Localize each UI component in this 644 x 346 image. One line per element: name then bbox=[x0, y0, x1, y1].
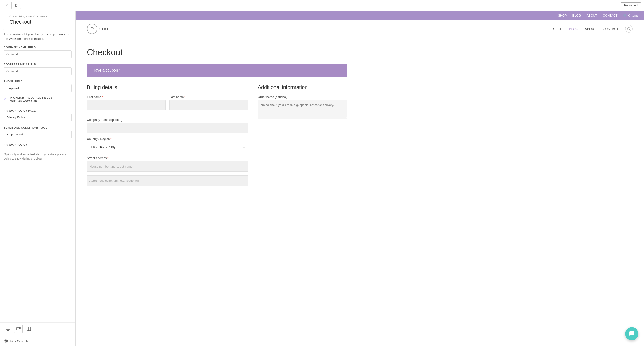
additional-section: Additional information Order notes (opti… bbox=[258, 84, 347, 190]
preview-area: SHOP BLOG ABOUT CONTACT 🛒 0 Items D divi… bbox=[76, 11, 644, 346]
privacy-policy-section-label: PRIVACY POLICY bbox=[4, 143, 72, 146]
address-line2-field-group: ADDRESS LINE 2 FIELD bbox=[0, 60, 75, 77]
phone-field-group: PHONE FIELD bbox=[0, 77, 75, 94]
site-nav-about[interactable]: ABOUT bbox=[585, 27, 596, 31]
last-name-label: Last name* bbox=[170, 95, 248, 99]
company-name-field-label: COMPANY NAME FIELD bbox=[4, 46, 72, 49]
name-row: First name* Last name* bbox=[87, 95, 248, 114]
checkout-grid: Billing details First name* Last name* bbox=[87, 84, 347, 190]
sidebar-title: Checkout bbox=[10, 19, 72, 25]
first-name-group: First name* bbox=[87, 95, 166, 110]
site-nav: SHOP BLOG ABOUT CONTACT bbox=[553, 25, 633, 32]
cart-area[interactable]: 🛒 0 Items bbox=[623, 14, 638, 17]
svg-rect-5 bbox=[29, 327, 31, 331]
checkout-title: Checkout bbox=[87, 48, 347, 57]
sidebar-bottom-icon-2[interactable] bbox=[14, 324, 23, 333]
apartment-group: Apartment, suite, unit, etc. (optional) bbox=[87, 175, 248, 186]
first-name-input[interactable] bbox=[87, 100, 166, 110]
first-name-label: First name* bbox=[87, 95, 166, 99]
company-name-group: Company name (optional) bbox=[87, 118, 248, 133]
sidebar-bottom-icons bbox=[0, 322, 75, 336]
sidebar-description: These options let you change the appeara… bbox=[0, 28, 75, 43]
breadcrumb: Customizing › WooCommerce bbox=[10, 15, 72, 18]
sidebar-bottom-icon-3[interactable] bbox=[24, 324, 33, 333]
search-button[interactable] bbox=[625, 25, 633, 32]
top-nav-bar: SHOP BLOG ABOUT CONTACT 🛒 0 Items bbox=[76, 11, 644, 20]
required-star-street: * bbox=[107, 156, 108, 160]
privacy-policy-page-input[interactable] bbox=[4, 114, 72, 121]
chat-widget[interactable] bbox=[625, 327, 638, 340]
svg-point-10 bbox=[632, 333, 632, 334]
highlight-required-label: HIGHLIGHT REQUIRED FIELDS WITH AN ASTERI… bbox=[10, 96, 52, 104]
svg-rect-4 bbox=[27, 327, 28, 331]
logo-circle: D bbox=[87, 24, 97, 34]
billing-title: Billing details bbox=[87, 84, 248, 90]
company-name-input[interactable] bbox=[87, 123, 248, 133]
phone-field-input[interactable] bbox=[4, 84, 72, 92]
last-name-input[interactable] bbox=[170, 100, 248, 110]
top-nav-contact[interactable]: CONTACT bbox=[603, 14, 618, 17]
site-nav-shop[interactable]: SHOP bbox=[553, 27, 562, 31]
admin-bar: × ⇅ Published bbox=[0, 0, 644, 11]
street-address-group: Street address* House number and street … bbox=[87, 156, 248, 172]
svg-rect-0 bbox=[6, 327, 10, 330]
undo-redo-button[interactable]: ⇅ bbox=[11, 2, 21, 9]
required-star-last: * bbox=[184, 95, 186, 99]
country-group: Country / Region* United States (US) bbox=[87, 137, 248, 152]
country-label: Country / Region* bbox=[87, 137, 248, 141]
privacy-policy-page-label: PRIVACY POLICY PAGE bbox=[4, 109, 72, 112]
top-nav-blog[interactable]: BLOG bbox=[572, 14, 581, 17]
svg-rect-2 bbox=[16, 327, 19, 330]
top-nav-about[interactable]: ABOUT bbox=[587, 14, 597, 17]
cart-icon: 🛒 bbox=[623, 14, 627, 17]
sidebar: ‹ Customizing › WooCommerce Checkout The… bbox=[0, 11, 76, 346]
billing-section: Billing details First name* Last name* bbox=[87, 84, 248, 190]
highlight-required-group: ✓ HIGHLIGHT REQUIRED FIELDS WITH AN ASTE… bbox=[0, 94, 75, 106]
site-logo[interactable]: D divi bbox=[87, 24, 108, 34]
logo-text: divi bbox=[99, 26, 108, 32]
sidebar-bottom-icon-1[interactable] bbox=[4, 324, 12, 333]
site-nav-blog[interactable]: BLOG bbox=[569, 27, 578, 31]
terms-conditions-input[interactable] bbox=[4, 130, 72, 138]
country-select[interactable]: United States (US) bbox=[87, 142, 248, 152]
additional-title: Additional information bbox=[258, 84, 347, 90]
svg-point-11 bbox=[633, 333, 634, 334]
street-address-input[interactable]: House number and street name bbox=[87, 161, 248, 172]
company-name-field-group: COMPANY NAME FIELD bbox=[0, 43, 75, 60]
hide-controls-button[interactable]: Hide Controls bbox=[0, 336, 75, 346]
privacy-policy-description: Optionally add some text about your stor… bbox=[0, 150, 75, 161]
checkbox-checked-icon[interactable]: ✓ bbox=[4, 96, 8, 100]
cart-items-count: 0 Items bbox=[628, 14, 638, 17]
site-nav-contact[interactable]: CONTACT bbox=[603, 27, 618, 31]
highlight-required-row: ✓ HIGHLIGHT REQUIRED FIELDS WITH AN ASTE… bbox=[4, 96, 72, 104]
street-address-label: Street address* bbox=[87, 156, 248, 160]
eye-icon bbox=[4, 339, 8, 343]
main-layout: ‹ Customizing › WooCommerce Checkout The… bbox=[0, 11, 644, 346]
svg-rect-1 bbox=[7, 330, 9, 331]
order-notes-textarea[interactable] bbox=[258, 100, 347, 119]
apartment-input[interactable]: Apartment, suite, unit, etc. (optional) bbox=[87, 175, 248, 186]
privacy-policy-page-group: PRIVACY POLICY PAGE bbox=[0, 106, 75, 123]
order-notes-group: Order notes (optional) bbox=[258, 95, 347, 119]
company-name-label: Company name (optional) bbox=[87, 118, 248, 122]
back-button[interactable]: ‹ bbox=[0, 22, 8, 36]
sidebar-header: Customizing › WooCommerce Checkout bbox=[0, 11, 75, 28]
svg-rect-3 bbox=[19, 327, 20, 328]
search-icon bbox=[627, 27, 631, 31]
top-nav-shop[interactable]: SHOP bbox=[558, 14, 567, 17]
hide-controls-label: Hide Controls bbox=[10, 340, 28, 343]
last-name-group: Last name* bbox=[170, 95, 248, 110]
address-line2-field-label: ADDRESS LINE 2 FIELD bbox=[4, 63, 72, 66]
coupon-banner[interactable]: Have a coupon? bbox=[87, 64, 347, 77]
published-button[interactable]: Published bbox=[621, 2, 641, 8]
checkout-content: Checkout Have a coupon? Billing details … bbox=[76, 38, 359, 199]
chat-icon bbox=[628, 330, 635, 337]
required-star: * bbox=[102, 95, 103, 99]
terms-conditions-label: TERMS AND CONDITIONS PAGE bbox=[4, 126, 72, 129]
address-line2-field-input[interactable] bbox=[4, 67, 72, 75]
close-button[interactable]: × bbox=[3, 2, 10, 9]
phone-field-label: PHONE FIELD bbox=[4, 80, 72, 83]
svg-point-6 bbox=[5, 340, 6, 342]
required-star-country: * bbox=[110, 137, 112, 141]
company-name-field-input[interactable] bbox=[4, 50, 72, 58]
